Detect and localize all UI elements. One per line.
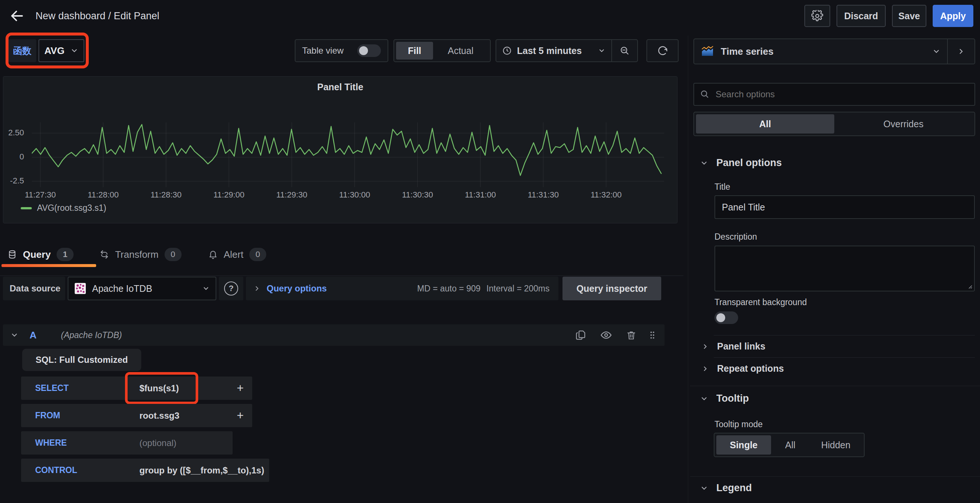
divider <box>0 275 683 276</box>
tooltip-section-header[interactable]: Tooltip <box>700 393 749 404</box>
time-series-chart-icon <box>701 46 714 57</box>
x-tick-label: 11:32:00 <box>590 190 622 200</box>
x-tick-label: 11:28:30 <box>151 190 181 200</box>
legend-label: AVG(root.ssg3.s1) <box>37 203 106 213</box>
add-select-button[interactable]: + <box>228 377 252 400</box>
refresh-button[interactable] <box>646 39 679 62</box>
apply-button[interactable]: Apply <box>933 5 974 27</box>
panel-settings-button[interactable] <box>804 5 830 27</box>
tab-query[interactable]: Query 1 <box>7 248 73 261</box>
gear-icon <box>811 10 823 22</box>
select-clause-label[interactable]: SELECT <box>21 377 142 400</box>
y-tick-label: 2.50 <box>8 128 24 138</box>
bell-icon <box>208 250 218 259</box>
query-inspector-button[interactable]: Query inspector <box>563 277 661 300</box>
x-tick-label: 11:30:30 <box>402 190 433 200</box>
tab-overrides[interactable]: Overrides <box>834 114 973 134</box>
add-from-button[interactable]: + <box>228 404 252 427</box>
legend-item[interactable]: AVG(root.ssg3.s1) <box>21 203 106 213</box>
discard-button[interactable]: Discard <box>837 5 886 27</box>
panel-title: Panel Title <box>3 82 677 92</box>
visualization-select[interactable]: Time series <box>694 39 947 64</box>
x-tick-label: 11:30:00 <box>339 190 370 200</box>
drag-handle-icon[interactable] <box>648 330 657 340</box>
tab-query-count: 1 <box>57 248 73 261</box>
options-tabs: All Overrides <box>694 112 975 136</box>
tab-all[interactable]: All <box>696 114 834 134</box>
chevron-down-icon <box>700 159 708 167</box>
description-textarea[interactable] <box>714 245 975 291</box>
zoom-out-button[interactable] <box>612 40 637 61</box>
delete-query-trash-icon[interactable] <box>626 330 636 340</box>
toggle-visibility-eye-icon[interactable] <box>600 329 612 341</box>
where-clause-label[interactable]: WHERE <box>21 431 142 455</box>
table-view-toggle[interactable] <box>357 45 381 57</box>
tab-alert[interactable]: Alert 0 <box>208 248 266 261</box>
control-clause-label[interactable]: CONTROL <box>21 458 142 482</box>
x-tick-label: 11:27:30 <box>25 190 56 200</box>
collapse-sidebar-button[interactable] <box>948 39 974 64</box>
function-select[interactable]: AVG <box>38 39 84 62</box>
time-range-value: Last 5 minutes <box>517 46 582 56</box>
where-clause-value[interactable]: (optional) <box>131 431 232 455</box>
visualization-picker: Time series <box>694 38 975 64</box>
visualization-value: Time series <box>721 46 774 57</box>
tooltip-mode-single[interactable]: Single <box>716 435 771 455</box>
tooltip-mode-group: Single All Hidden <box>714 433 865 457</box>
divider <box>714 335 975 336</box>
x-tick-label: 11:29:00 <box>213 190 245 200</box>
collapse-chevron-down-icon[interactable] <box>10 331 19 339</box>
from-clause-value[interactable]: root.ssg3 <box>131 404 232 427</box>
divider <box>714 357 975 358</box>
tooltip-mode-all[interactable]: All <box>771 435 810 455</box>
search-options-input[interactable] <box>715 89 969 100</box>
sql-mode-selector[interactable]: SQL: Full Customized <box>22 349 141 371</box>
panel-links-header[interactable]: Panel links <box>702 341 765 352</box>
panel-options-header[interactable]: Panel options <box>700 157 782 169</box>
x-tick-label: 11:29:30 <box>276 190 307 200</box>
time-range-picker[interactable]: Last 5 minutes <box>496 40 611 61</box>
legend-section-header[interactable]: Legend <box>700 482 752 494</box>
question-circle-icon: ? <box>224 282 238 296</box>
search-icon <box>700 89 710 99</box>
select-clause-value[interactable]: $funs(s1) <box>131 377 232 400</box>
divider <box>688 35 688 503</box>
chevron-down-icon <box>932 47 940 56</box>
transparent-background-toggle[interactable] <box>714 311 738 324</box>
datasource-help-button[interactable]: ? <box>219 277 243 300</box>
panel-title-input[interactable] <box>714 195 975 219</box>
max-data-points-text: MD = auto = 909 <box>417 284 480 294</box>
repeat-options-label: Repeat options <box>717 363 784 374</box>
x-tick-label: 11:31:30 <box>528 190 559 200</box>
tooltip-mode-hidden[interactable]: Hidden <box>810 435 862 455</box>
save-button[interactable]: Save <box>892 5 926 27</box>
query-ref-id[interactable]: A <box>30 329 37 341</box>
tooltip-mode-label: Tooltip mode <box>714 419 762 430</box>
apache-iotdb-logo-icon <box>74 283 86 294</box>
back-button[interactable] <box>9 7 26 24</box>
repeat-options-header[interactable]: Repeat options <box>702 363 784 374</box>
fill-option[interactable]: Fill <box>396 42 433 60</box>
from-clause-label[interactable]: FROM <box>21 404 142 427</box>
duplicate-query-icon[interactable] <box>575 329 586 341</box>
chevron-down-icon <box>598 47 605 54</box>
active-tab-underline <box>2 264 96 267</box>
panel-options-heading: Panel options <box>716 157 782 169</box>
resize-handle-icon[interactable] <box>967 283 973 289</box>
tab-transform[interactable]: Transform 0 <box>99 248 181 261</box>
datasource-select[interactable]: Apache IoTDB <box>68 277 216 300</box>
zoom-out-icon <box>619 46 630 56</box>
actual-option[interactable]: Actual <box>433 42 488 60</box>
query-options-label: Query options <box>267 283 327 294</box>
divider <box>690 476 980 477</box>
chevron-right-icon <box>253 285 261 292</box>
table-view-control: Table view <box>295 39 388 62</box>
legend-heading: Legend <box>716 482 752 494</box>
control-clause-value[interactable]: group by ([$__from,$__to),1s) <box>131 458 269 482</box>
tab-alert-label: Alert <box>224 249 243 260</box>
editor-tabs: Query 1 Transform 0 Alert 0 <box>7 244 266 265</box>
query-options-bar[interactable]: Query options MD = auto = 909 Interval =… <box>246 277 558 300</box>
transparent-background-label: Transparent background <box>714 298 807 307</box>
chevron-right-icon <box>957 47 965 56</box>
datasource-label: Data source <box>3 277 65 300</box>
